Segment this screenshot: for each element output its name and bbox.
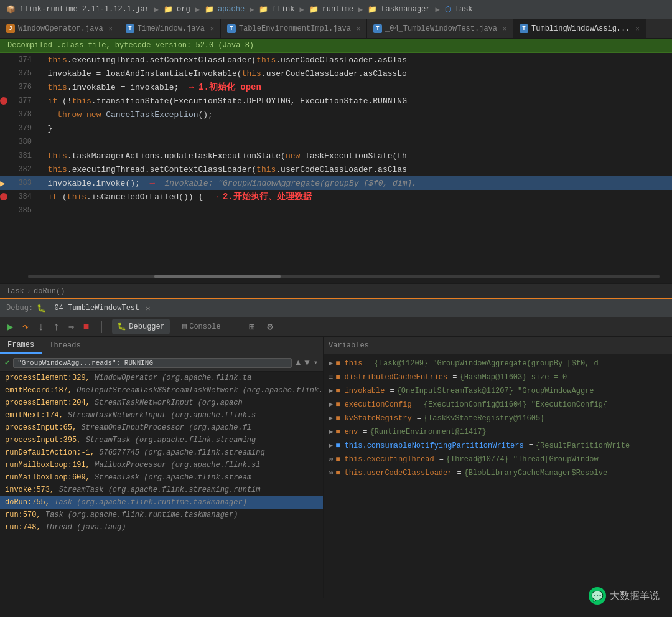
frame-item-11[interactable]: run:570, Task (org.apache.flink.runtime.… [0,509,323,521]
expand-kvreg[interactable]: ▶ [329,413,333,424]
code-line-382: 382 this.executingThread.setContextClass… [0,162,672,176]
var-item-this: ▶ ■ this = {Task@11209} "GroupWindowAggr… [324,357,672,370]
settings-button[interactable]: ⚙ [264,319,276,334]
tab-close-5[interactable]: ✕ [635,25,639,32]
stop-button[interactable]: ■ [81,320,92,334]
expand-execthread[interactable]: ∞ [329,454,333,465]
frame-item-3[interactable]: emitNext:174, StreamTaskNetworkInput (or… [0,409,323,422]
frame-item-4[interactable]: processInput:65, StreamOneInputProcessor… [0,422,323,434]
path-taskmanager: taskmanager [381,5,430,14]
line-num-375: 375 [10,69,38,78]
frame-item-10[interactable]: doRun:755, Task (org.apache.flink.runtim… [0,496,323,509]
jar-name: flink-runtime_2.11-1.12.1.jar [19,5,149,14]
debug-toolbar: ▶ ↷ ↓ ↑ ⇒ ■ 🐛 Debugger ▤ Console ⊞ ⚙ [0,317,672,337]
line-content-378: throw new CancelTaskException(); [38,110,672,120]
code-line-374: 374 this.executingThread.setContextClass… [0,53,672,67]
tab-close-2[interactable]: ✕ [210,25,214,32]
debug-session-name: _04_TumbleWindowTest [50,304,139,313]
frame-item-5[interactable]: processInput:395, StreamTask (org.apache… [0,434,323,446]
run-to-cursor-button[interactable]: ⇒ [66,319,77,334]
panel-tab-frames[interactable]: Frames [0,337,42,354]
thread-name-display[interactable]: "GroupWindowAgg...reads": RUNNING [13,358,292,368]
breakpoint-384 [0,193,7,200]
toolbar-sep-1 [101,321,102,333]
tab-label-2: TimeWindow.java [138,24,205,33]
tab-tumbling-window-assign[interactable]: T TumblingWindowAssig... ✕ [513,19,646,38]
line-num-378: 378 [10,110,38,119]
horizontal-scrollbar[interactable] [28,275,660,278]
step-out-button[interactable]: ↑ [50,319,62,334]
line-num-384: 384 [10,192,38,201]
tab-close-4[interactable]: ✕ [503,25,506,32]
tab-label-1: WindowOperator.java [18,24,103,33]
decompiled-notice-text: Decompiled .class file, bytecode version… [7,41,254,50]
resume-button[interactable]: ▶ [5,319,16,334]
thread-down-arrow[interactable]: ▼ [304,358,309,368]
thread-check-icon: ✔ [5,358,9,367]
folder-icon-1: 📁 [164,5,173,14]
tab-tumble-test[interactable]: T _04_TumbleWindowTest.java ✕ [367,19,513,38]
expand-env[interactable]: ▶ [329,426,333,438]
expand-classloader[interactable]: ∞ [329,468,333,479]
line-content-376: this.invokable = invokable; → 1.初始化 open [38,82,672,93]
code-line-379: 379 } [0,121,672,135]
debug-content: Frames Threads ✔ "GroupWindowAgg...reads… [0,337,672,598]
frame-item-8[interactable]: runMailboxLoop:609, StreamTask (org.apac… [0,471,323,484]
line-content-381: this.taskManagerActions.updateTaskExecut… [38,151,672,161]
folder-icon-3: 📁 [259,5,268,14]
line-content-382: this.executingThread.setContextClassLoad… [38,165,672,174]
frames-list: processElement:329, WindowOperator (org.… [0,372,323,598]
tab-label-5: TumblingWindowAssig... [531,24,630,33]
tab-icon-blue4: T [373,24,382,33]
frame-item-0[interactable]: processElement:329, WindowOperator (org.… [0,372,323,384]
line-num-380: 380 [10,138,38,146]
folder-icon-4: 📁 [309,5,319,14]
debug-session-close[interactable]: ✕ [146,304,150,313]
frame-item-7[interactable]: runMailboxLoop:191, MailboxProcessor (or… [0,459,323,471]
tab-window-operator[interactable]: J WindowOperator.java ✕ [0,19,119,38]
path-org: org [177,5,190,14]
left-panel: Frames Threads ✔ "GroupWindowAgg...reads… [0,337,324,598]
debug-label: Debug: [6,304,33,313]
expand-invokable[interactable]: ▶ [329,385,333,397]
step-into-button[interactable]: ↓ [35,319,47,334]
restore-layout-button[interactable]: ⊞ [246,319,258,334]
right-panel: Variables ▶ ■ this = {Task@11209} "Group… [324,337,672,598]
tab-close-1[interactable]: ✕ [109,25,113,32]
frame-item-1[interactable]: emitRecord:187, OneInputStreamTask$Strea… [0,384,323,397]
expand-cache[interactable]: ≡ [329,372,333,383]
expand-partition[interactable]: ▶ [329,440,333,451]
tab-console[interactable]: ▤ Console [177,319,226,334]
var-item-executing-thread: ∞ ■ this.executingThread = {Thread@10774… [324,453,672,466]
step-over-button[interactable]: ↷ [20,319,32,335]
tab-table-env[interactable]: T TableEnvironmentImpl.java ✕ [221,19,367,38]
frame-item-6[interactable]: runDefaultAction:-1, 576577745 (org.apac… [0,446,323,459]
line-num-381: 381 [10,151,38,160]
tab-time-window[interactable]: T TimeWindow.java ✕ [119,19,221,38]
tab-debugger[interactable]: 🐛 Debugger [112,319,170,334]
frame-item-9[interactable]: invoke:573, StreamTask (org.apache.flink… [0,484,323,496]
folder-icon-5: 📁 [368,5,377,14]
frame-item-2[interactable]: processElement:204, StreamTaskNetworkInp… [0,397,323,409]
panel-tab-threads[interactable]: Threads [42,337,88,354]
tab-label-4: _04_TumbleWindowTest.java [385,24,497,33]
expand-this[interactable]: ▶ [329,358,333,369]
breadcrumb-dorun: doRun() [34,287,65,296]
line-num-377: 377 [10,97,38,105]
tab-close-3[interactable]: ✕ [357,25,360,32]
code-line-377: 377 if (!this.transitionState(ExecutionS… [0,94,672,108]
scrollbar-thumb[interactable] [154,275,281,278]
watermark: 💬 大数据羊说 [589,587,660,605]
var-item-partition-writers: ▶ ■ this.consumableNotifyingPartitionWri… [324,439,672,453]
thread-up-arrow[interactable]: ▲ [296,358,301,368]
var-item-kvreg: ▶ ■ kvStateRegistry = {TaskKvStateRegist… [324,412,672,425]
debugger-label: Debugger [129,323,165,331]
breakpoint-377 [0,97,7,105]
frame-item-12[interactable]: run:748, Thread (java.lang) [0,521,323,534]
tabs-bar: J WindowOperator.java ✕ T TimeWindow.jav… [0,19,672,39]
filter-icon[interactable]: ▾ [314,358,318,367]
class-icon: ⬡ [445,5,451,14]
breadcrumb-sep-1: › [27,287,31,296]
expand-execconfig[interactable]: ▶ [329,399,333,410]
line-content-379: } [38,124,672,133]
